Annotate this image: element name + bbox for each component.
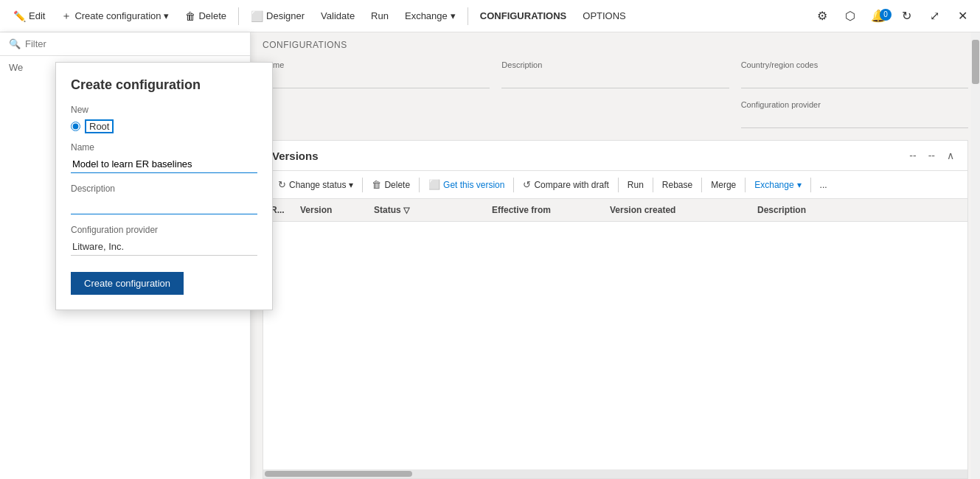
create-configuration-panel: Create configuration New Root Name Descr… (55, 62, 273, 310)
more-button[interactable]: ... (814, 176, 833, 194)
col-header-status: Status ▽ (366, 199, 484, 222)
v-sep-1 (362, 178, 363, 192)
new-section-label: New (71, 105, 257, 115)
v-sep-6 (701, 178, 702, 192)
compare-with-draft-button[interactable]: ↺ Compare with draft (517, 175, 614, 194)
designer-button[interactable]: ⬜ Designer (243, 6, 312, 27)
expand-button[interactable]: ⤢ (922, 4, 946, 28)
validate-button[interactable]: Validate (313, 6, 362, 26)
radio-group-new: Root (71, 121, 257, 132)
v-sep-2 (419, 178, 420, 192)
name-field: Name (71, 142, 257, 173)
notification-badge-wrap: 🔔 0 (866, 4, 890, 28)
detail-name-label: Name (263, 60, 490, 69)
breadcrumb: CONFIGURATIONS (251, 32, 980, 55)
detail-country-value (741, 72, 968, 88)
versions-delete-button[interactable]: 🗑 Delete (366, 175, 416, 194)
col-header-version: Version (293, 199, 366, 222)
delete-icon: 🗑 (185, 10, 195, 22)
v-sep-4 (618, 178, 619, 192)
office-icon-button[interactable]: ⬡ (838, 4, 862, 28)
versions-header: Versions -- -- ∧ (263, 141, 967, 171)
exchange-button[interactable]: Exchange ▾ (397, 6, 463, 26)
create-panel-title: Create configuration (71, 77, 257, 93)
root-radio[interactable] (71, 122, 80, 131)
rebase-button[interactable]: Rebase (656, 176, 698, 194)
horizontal-scrollbar[interactable] (263, 469, 967, 478)
configurations-nav-button[interactable]: CONFIGURATIONS (473, 6, 574, 26)
search-icon: 🔍 (9, 38, 21, 49)
versions-section: Versions -- -- ∧ ↻ Change status ▾ 🗑 Del… (263, 140, 968, 479)
versions-expand-btn[interactable]: ∧ (942, 148, 959, 163)
config-provider-field: Configuration provider Litware, Inc. (71, 225, 257, 256)
versions-toolbar: ↻ Change status ▾ 🗑 Delete ⬜ Get this ve… (263, 171, 967, 199)
get-this-version-button[interactable]: ⬜ Get this version (423, 175, 510, 194)
description-input[interactable] (71, 197, 257, 214)
versions-delete-icon: 🗑 (372, 179, 381, 190)
main-container: 🔍 We Create configuration New Root Name … (0, 32, 980, 479)
config-provider-value: Litware, Inc. (71, 238, 257, 256)
description-field-label: Description (71, 183, 257, 194)
v-sep-5 (653, 178, 653, 192)
detail-country-label: Country/region codes (741, 60, 968, 69)
plus-icon: ＋ (61, 10, 72, 23)
vertical-scrollbar[interactable] (971, 32, 980, 479)
designer-icon: ⬜ (251, 10, 263, 22)
versions-table: R... Version Status ▽ Effective from Ver… (263, 199, 967, 222)
detail-name-field: Name (263, 60, 490, 88)
options-nav-button[interactable]: OPTIONS (575, 6, 633, 26)
v-sep-8 (810, 178, 811, 192)
sidebar: 🔍 We Create configuration New Root Name … (0, 32, 251, 479)
detail-country-field: Country/region codes (741, 60, 968, 88)
versions-collapse-btn-1[interactable]: -- (905, 148, 920, 163)
settings-icon-button[interactable]: ⚙ (810, 4, 834, 28)
description-field: Description (71, 183, 257, 214)
detail-description-field: Description (501, 60, 729, 88)
edit-icon: ✏️ (13, 10, 26, 22)
status-filter-icon[interactable]: ▽ (403, 206, 409, 214)
versions-collapse-btn-2[interactable]: -- (924, 148, 939, 163)
v-sep-7 (745, 178, 746, 192)
config-provider-label: Configuration provider (71, 225, 257, 235)
change-status-icon: ↻ (278, 179, 286, 190)
change-status-chevron-icon: ▾ (349, 180, 353, 190)
detail-description-label: Description (501, 60, 729, 69)
versions-run-button[interactable]: Run (622, 176, 650, 194)
versions-exchange-button[interactable]: Exchange ▾ (748, 176, 807, 194)
detail-name-value (263, 72, 490, 88)
versions-title: Versions (272, 150, 902, 162)
edit-button[interactable]: ✏️ Edit (6, 6, 52, 27)
compare-icon: ↺ (523, 179, 531, 190)
get-version-icon: ⬜ (428, 179, 440, 190)
versions-table-container: R... Version Status ▽ Effective from Ver… (263, 199, 967, 469)
col-header-version-created: Version created (602, 199, 750, 222)
merge-button[interactable]: Merge (705, 176, 742, 194)
refresh-button[interactable]: ↻ (894, 4, 918, 28)
detail-provider-label: Configuration provider (741, 100, 968, 109)
v-sep-3 (513, 178, 514, 192)
name-input[interactable] (71, 155, 257, 173)
detail-description-value (501, 72, 729, 88)
detail-provider-value (741, 112, 968, 128)
delete-button[interactable]: 🗑 Delete (178, 6, 234, 27)
filter-input[interactable] (25, 38, 241, 49)
toolbar-right-actions: ⚙ ⬡ 🔔 0 ↻ ⤢ ✕ (810, 4, 974, 28)
create-configuration-button[interactable]: ＋ Create configuration ▾ (54, 5, 176, 27)
main-toolbar: ✏️ Edit ＋ Create configuration ▾ 🗑 Delet… (0, 0, 980, 32)
close-button[interactable]: ✕ (951, 4, 974, 28)
create-configuration-submit-button[interactable]: Create configuration (71, 272, 184, 295)
table-header-row: R... Version Status ▽ Effective from Ver… (263, 199, 967, 222)
config-detail-section: Name Description Country/region codes Co… (251, 55, 980, 140)
root-radio-label: Root (85, 121, 114, 132)
vertical-scroll-thumb (972, 40, 979, 84)
notification-badge: 0 (880, 9, 892, 21)
exchange-chevron-down-icon: ▾ (797, 180, 802, 190)
exchange-chevron-icon: ▾ (451, 10, 456, 21)
col-header-effective-from: Effective from (484, 199, 602, 222)
col-header-description: Description (750, 199, 967, 222)
separator-2 (468, 7, 468, 25)
change-status-button[interactable]: ↻ Change status ▾ (272, 175, 359, 194)
main-content: CONFIGURATIONS Name Description Country/… (251, 32, 980, 479)
sidebar-filter-bar: 🔍 (0, 32, 250, 56)
run-button[interactable]: Run (364, 6, 396, 26)
